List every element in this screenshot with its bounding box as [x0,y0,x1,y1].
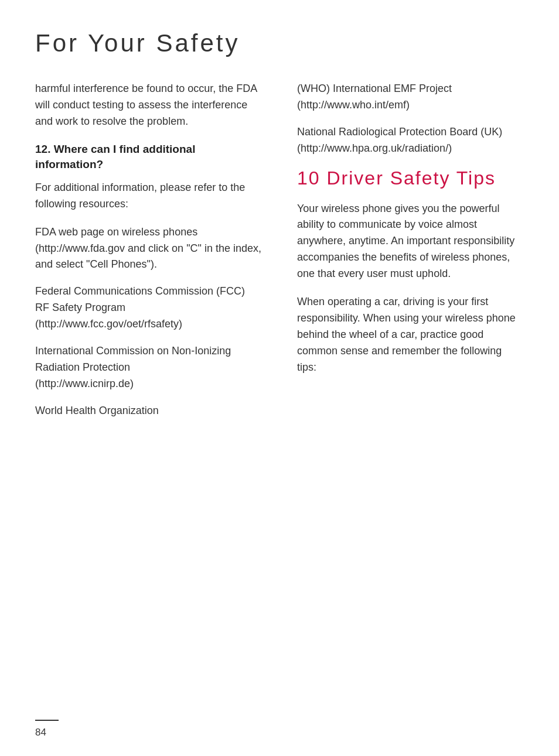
resource-item-fda: FDA web page on wireless phones (http://… [35,224,262,273]
driver-safety-paragraph2: When operating a car, driving is your fi… [297,294,524,375]
left-column: harmful interference be found to occur, … [35,81,268,430]
resource-detail-icnirp: (http://www.icnirp.de) [35,378,134,389]
resource-item-who-emf: (WHO) International EMF Project (http://… [297,81,524,114]
resource-detail-fda: (http://www.fda.gov and click on "C" in … [35,242,261,271]
resource-label-who: World Health Organization [35,405,159,416]
footer-divider [35,720,59,721]
resource-label-who-emf: (WHO) International EMF Project [297,83,452,94]
driver-safety-title: 10 Driver Safety Tips [297,167,524,189]
resource-label-nrpb: National Radiological Protection Board (… [297,126,502,138]
page-number: 84 [35,727,46,738]
resource-item-nrpb: National Radiological Protection Board (… [297,124,524,157]
two-column-layout: harmful interference be found to occur, … [35,81,524,430]
resource-detail-fcc: (http://www.fcc.gov/oet/rfsafety) [35,318,182,330]
resource-label-fda: FDA web page on wireless phones [35,226,197,238]
resource-label-fcc: Federal Communications Commission (FCC) … [35,285,245,313]
intro-text: harmful interference be found to occur, … [35,81,262,130]
resource-detail-nrpb: (http://www.hpa.org.uk/radiation/) [297,142,452,154]
page-footer: 84 [35,720,524,738]
driver-safety-paragraph1: Your wireless phone gives you the powerf… [297,201,524,282]
intro-resources: For additional information, please refer… [35,180,262,213]
page-title: For Your Safety [35,29,524,57]
section-heading: 12. Where can I find additional informat… [35,142,262,173]
resource-item-icnirp: International Commission on Non-Ionizing… [35,343,262,392]
resource-item-fcc: Federal Communications Commission (FCC) … [35,283,262,333]
resource-label-icnirp: International Commission on Non-Ionizing… [35,345,231,373]
resource-item-who-label: World Health Organization [35,403,262,419]
right-column: (WHO) International EMF Project (http://… [291,81,524,430]
resource-detail-who-emf: (http://www.who.int/emf) [297,99,410,111]
